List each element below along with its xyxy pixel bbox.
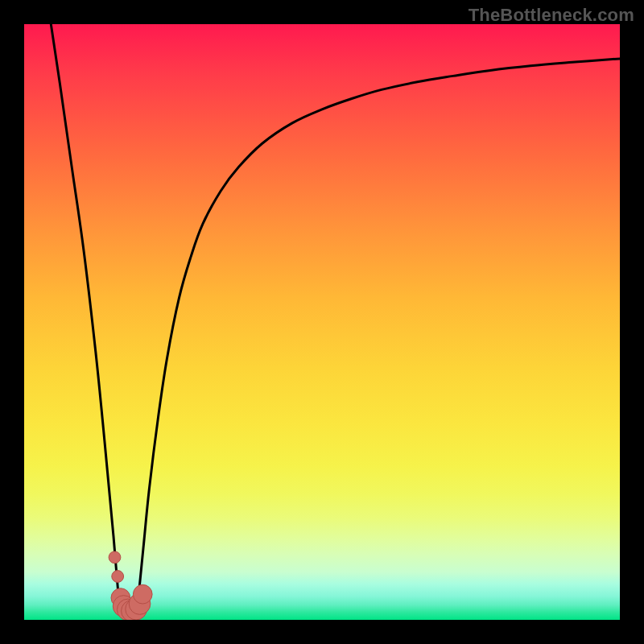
marker-dot [133,584,152,604]
watermark-text: TheBottleneck.com [469,5,634,26]
curve-left-branch [51,24,119,608]
curve-right-branch [138,59,620,608]
chart-svg [24,24,620,620]
plot-area [24,24,620,620]
marker-dot [109,551,121,564]
chart-frame: TheBottleneck.com [0,0,644,644]
marker-dot [112,571,124,583]
